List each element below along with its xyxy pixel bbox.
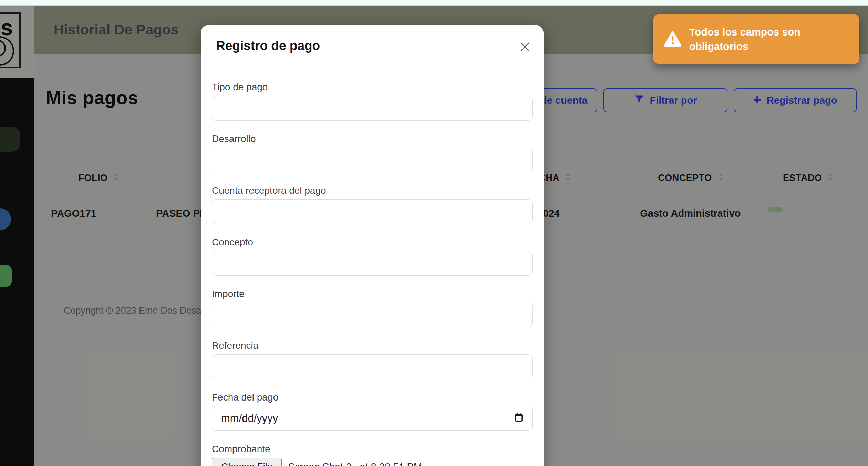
- field-comprobante: Comprobante Choose File Screen Shot 2...…: [212, 443, 533, 466]
- desarrollo-label: Desarrollo: [212, 133, 533, 145]
- date-placeholder: mm/dd/yyyy: [221, 412, 278, 425]
- warning-triangle-icon: [664, 30, 682, 48]
- field-referencia: Referencia: [212, 340, 533, 379]
- close-icon[interactable]: [518, 40, 532, 54]
- field-cuenta-receptora: Cuenta receptora del pago: [212, 184, 533, 224]
- file-name-text: Screen Shot 2...at 8.30.51 PM: [288, 461, 422, 466]
- field-fecha-del-pago: Fecha del pago mm/dd/yyyy: [212, 391, 533, 431]
- choose-file-button[interactable]: Choose File: [212, 458, 282, 466]
- modal-title: Registro de pago: [216, 39, 530, 53]
- importe-input[interactable]: [212, 303, 533, 327]
- concepto-label: Concepto: [212, 236, 533, 248]
- top-accent-strip: [0, 0, 868, 6]
- cuenta-receptora-label: Cuenta receptora del pago: [212, 184, 533, 196]
- importe-label: Importe: [212, 288, 533, 300]
- referencia-input[interactable]: [212, 354, 533, 379]
- referencia-label: Referencia: [212, 340, 533, 352]
- concepto-input[interactable]: [212, 251, 533, 276]
- fecha-del-pago-input[interactable]: mm/dd/yyyy: [212, 406, 533, 431]
- warning-toast: Todos los campos son obligatorios: [653, 14, 859, 64]
- calendar-icon[interactable]: [514, 413, 523, 425]
- file-input[interactable]: Choose File Screen Shot 2...at 8.30.51 P…: [212, 458, 533, 466]
- tipo-de-pago-label: Tipo de pago: [212, 81, 533, 93]
- field-tipo-de-pago: Tipo de pago: [212, 81, 533, 121]
- desarrollo-input[interactable]: [212, 148, 533, 172]
- modal-header: Registro de pago: [201, 25, 544, 69]
- field-importe: Importe: [212, 288, 533, 327]
- cuenta-receptora-input[interactable]: [212, 199, 533, 224]
- comprobante-label: Comprobante: [212, 443, 533, 455]
- modal-body: Tipo de pago Desarrollo Cuenta receptora…: [201, 69, 544, 466]
- registro-de-pago-modal: Registro de pago Tipo de pago Desarrollo…: [201, 25, 544, 466]
- toast-message: Todos los campos son obligatorios: [689, 25, 834, 54]
- fecha-del-pago-label: Fecha del pago: [212, 391, 533, 403]
- field-desarrollo: Desarrollo: [212, 133, 533, 172]
- tipo-de-pago-input[interactable]: [212, 96, 533, 121]
- field-concepto: Concepto: [212, 236, 533, 276]
